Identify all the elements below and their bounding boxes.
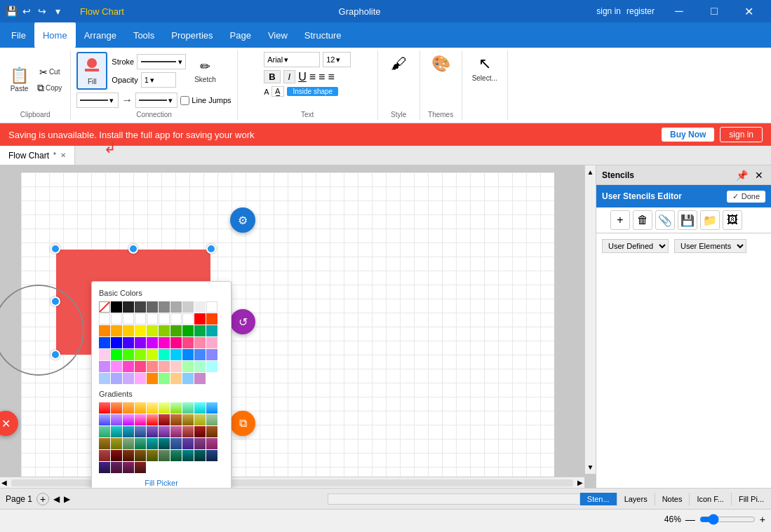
grad-36[interactable] [159,438,170,449]
close-panel-icon[interactable]: ✕ [753,170,765,181]
settings-btn[interactable]: ⚙ [230,207,255,233]
color-g8[interactable] [194,349,206,360]
grad-47[interactable] [170,450,182,461]
color-p4[interactable] [99,349,110,360]
stroke-combo[interactable]: ▾ [137,54,186,69]
grad-39[interactable] [194,438,206,449]
sign-in-button[interactable]: sign in [720,127,763,142]
menu-tools[interactable]: Tools [125,22,163,48]
category-select[interactable]: User Defined [602,239,669,253]
color-w8[interactable] [182,313,194,325]
color-transparent[interactable] [99,301,110,313]
color-ps14[interactable] [182,373,194,384]
grad-34[interactable] [135,438,146,449]
copy-shape-btn[interactable]: ⧉ [230,411,255,436]
font-combo[interactable]: Arial▾ [264,52,320,67]
zoom-in-btn[interactable]: + [760,514,765,525]
color-r3[interactable] [99,325,110,336]
grad-16[interactable] [159,414,170,425]
bottom-tab-icon-f[interactable]: Icon F... [690,493,732,505]
color-r10[interactable] [182,325,194,336]
grad-31[interactable] [99,438,110,449]
save-icon[interactable]: 💾 [6,6,17,17]
color-r5[interactable] [123,325,134,336]
color-p2[interactable] [194,337,206,348]
grad-35[interactable] [147,438,158,449]
grad-44[interactable] [135,450,146,461]
scroll-down-btn[interactable]: ▼ [585,463,596,471]
color-b2[interactable] [206,325,217,336]
grad-29[interactable] [194,426,206,437]
grad-41[interactable] [99,450,110,461]
bottom-tab-notes[interactable]: Notes [655,493,690,505]
color-w1[interactable] [99,313,110,325]
buy-now-button[interactable]: Buy Now [662,128,714,142]
font-size-combo[interactable]: 12▾ [323,52,351,67]
menu-view[interactable]: View [260,22,296,48]
color-ps1[interactable] [147,361,158,372]
grad-51[interactable] [99,462,110,473]
sketch-button[interactable]: ✏ Sketch [190,56,220,86]
grad-24[interactable] [135,426,146,437]
color-w5[interactable] [147,313,158,325]
grad-50[interactable] [206,450,217,461]
connection-combo2[interactable]: ▾ [135,93,177,108]
color-ps3[interactable] [170,361,182,372]
grad-28[interactable] [182,426,194,437]
grad-21[interactable] [99,426,110,437]
themes-button[interactable]: 🎨 [427,52,455,76]
color-g2[interactable] [123,349,134,360]
color-p1[interactable] [182,337,194,348]
color-g13[interactable] [135,361,146,372]
grad-30[interactable] [206,426,217,437]
color-white[interactable] [206,301,217,313]
color-ps5[interactable] [194,361,206,372]
color-b3[interactable] [99,337,110,348]
vertical-scrollbar[interactable]: ▲ ▼ [584,165,596,474]
color-g1[interactable] [111,349,122,360]
color-6[interactable] [182,301,194,313]
grad-22[interactable] [111,426,122,437]
color-b7[interactable] [147,337,158,348]
handle-tr[interactable] [206,244,216,254]
grad-12[interactable] [111,414,122,425]
color-g12[interactable] [123,361,134,372]
image-stencil-btn[interactable]: 🖼 [723,210,742,230]
grad-15[interactable] [147,414,158,425]
color-r9[interactable] [170,325,182,336]
align-left-icon[interactable]: ≡ [309,71,316,83]
color-ps6[interactable] [206,361,217,372]
canvas-area[interactable]: Idea ⚙ ↺ ✕ ⇄ ⧉ [0,165,596,488]
register-link[interactable]: register [626,6,655,16]
menu-structure[interactable]: Structure [296,22,350,48]
folder-stencil-btn[interactable]: 📁 [700,210,720,230]
grad-19[interactable] [194,414,206,425]
color-g11[interactable] [111,361,122,372]
color-g4[interactable] [147,349,158,360]
color-5[interactable] [170,301,182,313]
horizontal-scrollbar[interactable]: ◀ ▶ [0,477,584,488]
menu-file[interactable]: File [3,22,34,48]
grad-49[interactable] [194,450,206,461]
color-b9[interactable] [170,337,182,348]
grad-18[interactable] [182,414,194,425]
handle-bl[interactable] [51,350,60,360]
line-jumps-checkbox[interactable] [180,96,189,105]
grad-37[interactable] [170,438,182,449]
delete-stencil-btn[interactable]: 🗑 [633,210,652,230]
grad-9[interactable] [194,402,206,414]
grad-7[interactable] [170,402,182,414]
color-b5[interactable] [123,337,134,348]
menu-arrange[interactable]: Arrange [76,22,125,48]
nav-next-btn[interactable]: ▶ [64,494,70,504]
scroll-left-btn[interactable]: ◀ [0,479,8,486]
color-7[interactable] [194,301,206,313]
paste-button[interactable]: 📋 Paste [6,65,33,95]
color-r6[interactable] [135,325,146,336]
color-p3[interactable] [206,337,217,348]
align-right-icon[interactable]: ≡ [328,71,334,83]
close-btn[interactable]: ✕ [733,0,765,22]
color-ps7[interactable] [99,373,110,384]
delete-btn[interactable]: ✕ [0,411,18,436]
grad-43[interactable] [123,450,134,461]
